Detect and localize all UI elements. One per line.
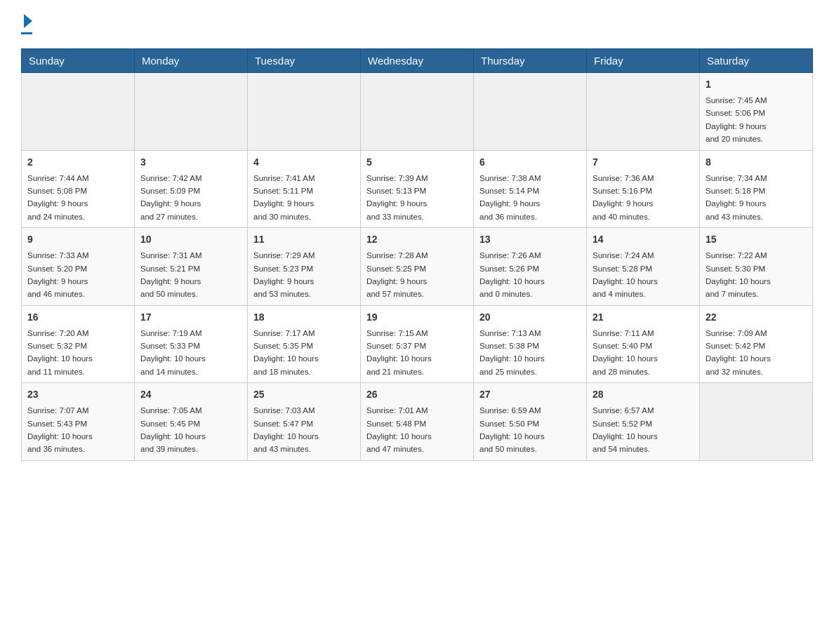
calendar-cell: 24Sunrise: 7:05 AM Sunset: 5:45 PM Dayli… <box>135 383 248 461</box>
day-number: 24 <box>140 387 241 402</box>
day-number: 17 <box>140 310 241 325</box>
day-info: Sunrise: 7:34 AM Sunset: 5:18 PM Dayligh… <box>706 172 807 224</box>
calendar-cell: 8Sunrise: 7:34 AM Sunset: 5:18 PM Daylig… <box>700 150 813 228</box>
calendar-cell: 25Sunrise: 7:03 AM Sunset: 5:47 PM Dayli… <box>248 383 361 461</box>
day-info: Sunrise: 7:20 AM Sunset: 5:32 PM Dayligh… <box>27 327 128 379</box>
page-header <box>21 14 813 34</box>
calendar-cell: 23Sunrise: 7:07 AM Sunset: 5:43 PM Dayli… <box>22 383 135 461</box>
day-info: Sunrise: 7:05 AM Sunset: 5:45 PM Dayligh… <box>140 404 241 456</box>
day-number: 20 <box>479 310 581 325</box>
calendar-cell: 27Sunrise: 6:59 AM Sunset: 5:50 PM Dayli… <box>474 383 587 461</box>
calendar-cell: 17Sunrise: 7:19 AM Sunset: 5:33 PM Dayli… <box>135 305 248 383</box>
calendar-cell: 6Sunrise: 7:38 AM Sunset: 5:14 PM Daylig… <box>474 150 587 228</box>
day-number: 3 <box>140 155 241 170</box>
calendar-cell <box>700 383 813 461</box>
day-info: Sunrise: 7:26 AM Sunset: 5:26 PM Dayligh… <box>479 249 581 301</box>
day-info: Sunrise: 7:24 AM Sunset: 5:28 PM Dayligh… <box>593 249 694 301</box>
calendar-cell: 3Sunrise: 7:42 AM Sunset: 5:09 PM Daylig… <box>135 150 248 228</box>
day-number: 8 <box>706 155 807 170</box>
day-number: 28 <box>593 387 694 402</box>
calendar-cell: 11Sunrise: 7:29 AM Sunset: 5:23 PM Dayli… <box>248 228 361 306</box>
header-tuesday: Tuesday <box>248 49 361 73</box>
calendar-cell: 26Sunrise: 7:01 AM Sunset: 5:48 PM Dayli… <box>361 383 474 461</box>
day-number: 6 <box>479 155 581 170</box>
day-number: 14 <box>593 232 694 247</box>
day-number: 16 <box>27 310 128 325</box>
day-info: Sunrise: 7:36 AM Sunset: 5:16 PM Dayligh… <box>593 172 694 224</box>
calendar-cell: 21Sunrise: 7:11 AM Sunset: 5:40 PM Dayli… <box>587 305 700 383</box>
day-number: 19 <box>366 310 468 325</box>
day-number: 25 <box>253 387 355 402</box>
day-info: Sunrise: 7:03 AM Sunset: 5:47 PM Dayligh… <box>253 404 355 456</box>
day-number: 21 <box>593 310 694 325</box>
day-info: Sunrise: 7:09 AM Sunset: 5:42 PM Dayligh… <box>706 327 807 379</box>
day-info: Sunrise: 6:59 AM Sunset: 5:50 PM Dayligh… <box>479 404 581 456</box>
day-info: Sunrise: 7:42 AM Sunset: 5:09 PM Dayligh… <box>140 172 241 224</box>
calendar-cell: 14Sunrise: 7:24 AM Sunset: 5:28 PM Dayli… <box>587 228 700 306</box>
day-info: Sunrise: 7:39 AM Sunset: 5:13 PM Dayligh… <box>366 172 468 224</box>
day-number: 22 <box>706 310 807 325</box>
day-info: Sunrise: 7:11 AM Sunset: 5:40 PM Dayligh… <box>593 327 694 379</box>
day-number: 7 <box>593 155 694 170</box>
header-monday: Monday <box>135 49 248 73</box>
day-number: 9 <box>27 232 128 247</box>
calendar-cell: 2Sunrise: 7:44 AM Sunset: 5:08 PM Daylig… <box>22 150 135 228</box>
day-number: 4 <box>253 155 355 170</box>
calendar-cell: 20Sunrise: 7:13 AM Sunset: 5:38 PM Dayli… <box>474 305 587 383</box>
day-number: 1 <box>706 77 807 92</box>
header-sunday: Sunday <box>22 49 135 73</box>
calendar-cell: 7Sunrise: 7:36 AM Sunset: 5:16 PM Daylig… <box>587 150 700 228</box>
calendar-cell: 22Sunrise: 7:09 AM Sunset: 5:42 PM Dayli… <box>700 305 813 383</box>
header-friday: Friday <box>587 49 700 73</box>
day-info: Sunrise: 7:41 AM Sunset: 5:11 PM Dayligh… <box>253 172 355 224</box>
day-number: 5 <box>366 155 468 170</box>
header-thursday: Thursday <box>474 49 587 73</box>
calendar-cell: 28Sunrise: 6:57 AM Sunset: 5:52 PM Dayli… <box>587 383 700 461</box>
day-info: Sunrise: 7:31 AM Sunset: 5:21 PM Dayligh… <box>140 249 241 301</box>
logo-underline <box>21 32 32 34</box>
day-info: Sunrise: 7:19 AM Sunset: 5:33 PM Dayligh… <box>140 327 241 379</box>
calendar-cell: 15Sunrise: 7:22 AM Sunset: 5:30 PM Dayli… <box>700 228 813 306</box>
calendar-cell: 9Sunrise: 7:33 AM Sunset: 5:20 PM Daylig… <box>22 228 135 306</box>
day-info: Sunrise: 7:28 AM Sunset: 5:25 PM Dayligh… <box>366 249 468 301</box>
calendar-cell: 10Sunrise: 7:31 AM Sunset: 5:21 PM Dayli… <box>135 228 248 306</box>
calendar-table: Sunday Monday Tuesday Wednesday Thursday… <box>21 48 813 461</box>
day-number: 12 <box>366 232 468 247</box>
day-info: Sunrise: 7:15 AM Sunset: 5:37 PM Dayligh… <box>366 327 468 379</box>
day-info: Sunrise: 7:13 AM Sunset: 5:38 PM Dayligh… <box>479 327 581 379</box>
calendar-cell: 1Sunrise: 7:45 AM Sunset: 5:06 PM Daylig… <box>700 73 813 151</box>
header-wednesday: Wednesday <box>361 49 474 73</box>
day-info: Sunrise: 7:44 AM Sunset: 5:08 PM Dayligh… <box>27 172 128 224</box>
calendar-cell: 18Sunrise: 7:17 AM Sunset: 5:35 PM Dayli… <box>248 305 361 383</box>
calendar-cell: 19Sunrise: 7:15 AM Sunset: 5:37 PM Dayli… <box>361 305 474 383</box>
day-info: Sunrise: 7:45 AM Sunset: 5:06 PM Dayligh… <box>706 94 807 146</box>
calendar-cell: 5Sunrise: 7:39 AM Sunset: 5:13 PM Daylig… <box>361 150 474 228</box>
day-info: Sunrise: 7:01 AM Sunset: 5:48 PM Dayligh… <box>366 404 468 456</box>
calendar-cell: 4Sunrise: 7:41 AM Sunset: 5:11 PM Daylig… <box>248 150 361 228</box>
day-number: 13 <box>479 232 581 247</box>
calendar-cell <box>361 73 474 151</box>
calendar-cell <box>474 73 587 151</box>
day-info: Sunrise: 6:57 AM Sunset: 5:52 PM Dayligh… <box>593 404 694 456</box>
day-number: 23 <box>27 387 128 402</box>
day-number: 26 <box>366 387 468 402</box>
day-info: Sunrise: 7:22 AM Sunset: 5:30 PM Dayligh… <box>706 249 807 301</box>
calendar-cell: 13Sunrise: 7:26 AM Sunset: 5:26 PM Dayli… <box>474 228 587 306</box>
logo <box>21 14 32 34</box>
calendar-cell <box>587 73 700 151</box>
day-number: 18 <box>253 310 355 325</box>
calendar-header-row: Sunday Monday Tuesday Wednesday Thursday… <box>22 49 813 73</box>
calendar-week-row: 16Sunrise: 7:20 AM Sunset: 5:32 PM Dayli… <box>22 305 813 383</box>
day-number: 15 <box>706 232 807 247</box>
calendar-cell <box>248 73 361 151</box>
day-info: Sunrise: 7:17 AM Sunset: 5:35 PM Dayligh… <box>253 327 355 379</box>
logo-triangle-icon <box>24 14 32 28</box>
day-number: 2 <box>27 155 128 170</box>
day-info: Sunrise: 7:38 AM Sunset: 5:14 PM Dayligh… <box>479 172 581 224</box>
calendar-cell <box>22 73 135 151</box>
calendar-week-row: 1Sunrise: 7:45 AM Sunset: 5:06 PM Daylig… <box>22 73 813 151</box>
calendar-week-row: 2Sunrise: 7:44 AM Sunset: 5:08 PM Daylig… <box>22 150 813 228</box>
calendar-cell: 16Sunrise: 7:20 AM Sunset: 5:32 PM Dayli… <box>22 305 135 383</box>
day-info: Sunrise: 7:33 AM Sunset: 5:20 PM Dayligh… <box>27 249 128 301</box>
calendar-week-row: 23Sunrise: 7:07 AM Sunset: 5:43 PM Dayli… <box>22 383 813 461</box>
